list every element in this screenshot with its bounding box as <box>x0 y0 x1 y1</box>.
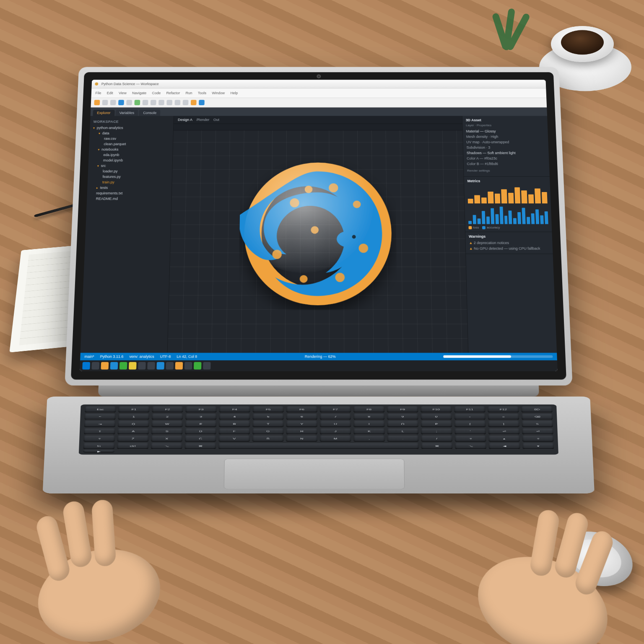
editor-tab-2[interactable]: Out <box>213 118 219 122</box>
tree-item[interactable]: requirements.txt <box>96 190 168 196</box>
tree-item[interactable]: train.py <box>102 179 169 185</box>
tree-item[interactable]: loader.py <box>103 169 169 174</box>
panel-tab-explorer[interactable]: Explorer <box>93 110 114 116</box>
inspector-row: Shadows — Soft ambient light <box>467 150 545 156</box>
search-icon[interactable] <box>158 100 164 105</box>
keyboard-key: ⌘ <box>421 443 453 449</box>
keyboard-key: T <box>252 421 283 427</box>
taskbar-app-icon[interactable] <box>82 362 90 369</box>
inspector-row: Mesh density · High <box>466 134 545 140</box>
chart-bar <box>468 221 472 224</box>
tree-label: features.py <box>102 175 121 179</box>
status-item[interactable]: Python 3.11.6 <box>100 354 123 358</box>
laptop-keyboard: EscF1F2F3F4F5F6F7F8F9F10F11F12⌦~12345678… <box>79 405 558 455</box>
menu-edit[interactable]: Edit <box>107 91 113 95</box>
chart-bar <box>473 215 476 224</box>
tree-item[interactable]: ▾python-analytics <box>93 125 170 130</box>
keyboard-key: = <box>488 414 519 420</box>
tree-item[interactable]: model.ipynb <box>103 158 169 163</box>
taskbar-app-icon[interactable] <box>184 362 192 369</box>
inspector-title: 3D Asset <box>466 118 544 122</box>
os-taskbar <box>80 360 558 371</box>
keyboard-key: F1 <box>118 406 149 413</box>
redo-icon[interactable] <box>151 100 156 105</box>
tree-item[interactable]: raw.csv <box>104 136 170 141</box>
new-file-icon[interactable] <box>94 100 100 105</box>
design-canvas[interactable] <box>168 124 468 353</box>
inspector-row: Subdivision · 3 <box>466 145 545 150</box>
debug-icon[interactable] <box>126 100 132 105</box>
loss-bar-chart <box>467 184 548 203</box>
menu-navigate[interactable]: Navigate <box>132 91 146 95</box>
save-icon[interactable] <box>110 100 116 105</box>
keyboard-key: V <box>218 436 250 442</box>
taskbar-app-icon[interactable] <box>175 362 183 369</box>
menu-window[interactable]: Window <box>212 91 225 95</box>
taskbar-app-icon[interactable] <box>147 362 155 369</box>
panel-tab-console[interactable]: Console <box>139 110 160 116</box>
keyboard-key: / <box>421 436 452 442</box>
taskbar-app-icon[interactable] <box>110 362 118 369</box>
window-titlebar: Python Data Science — Workspace <box>91 80 546 88</box>
taskbar-app-icon[interactable] <box>129 362 137 369</box>
undo-icon[interactable] <box>143 100 148 105</box>
taskbar-app-icon[interactable] <box>119 362 127 369</box>
extensions-icon[interactable] <box>174 100 180 105</box>
progress-bar <box>443 355 553 358</box>
keyboard-key: F2 <box>152 406 183 413</box>
chevron-icon: ▾ <box>93 126 95 130</box>
menu-help[interactable]: Help <box>230 91 238 95</box>
taskbar-app-icon[interactable] <box>138 362 146 369</box>
tree-item[interactable]: ▾data <box>99 130 170 136</box>
laptop-hinge <box>98 385 539 396</box>
menu-run[interactable]: Run <box>185 91 192 95</box>
keyboard-key: K <box>353 428 384 435</box>
tree-item[interactable]: ▸tests <box>96 185 169 190</box>
run-icon[interactable] <box>118 100 124 105</box>
terminal-icon[interactable] <box>134 100 140 105</box>
chart-bar <box>495 214 499 224</box>
taskbar-app-icon[interactable] <box>203 362 210 369</box>
editor-tab-1[interactable]: /Render <box>196 118 209 122</box>
tree-item[interactable]: features.py <box>102 174 169 179</box>
status-item[interactable]: main* <box>84 354 94 358</box>
warning-row: ▲ 2 deprecation notices <box>469 240 549 246</box>
panel-tab-variables[interactable]: Variables <box>115 110 138 116</box>
menu-view[interactable]: View <box>119 91 127 95</box>
keyboard-key: F11 <box>454 406 485 413</box>
keyboard-key: F8 <box>353 406 384 413</box>
status-item[interactable]: venv: analytics <box>129 354 154 358</box>
taskbar-app-icon[interactable] <box>166 362 174 369</box>
keyboard-key: F4 <box>219 406 250 413</box>
chart-bar <box>495 194 501 203</box>
taskbar-app-icon[interactable] <box>101 362 109 369</box>
taskbar-app-icon[interactable] <box>156 362 164 369</box>
keyboard-key: 9 <box>387 414 418 420</box>
cloud-icon[interactable] <box>199 100 205 105</box>
chart-bar <box>475 195 480 203</box>
tree-item[interactable]: ▾notebooks <box>98 147 169 152</box>
warning-row: ▲ No GPU detected — using CPU fallback <box>469 246 550 251</box>
taskbar-app-icon[interactable] <box>91 362 99 369</box>
tree-item[interactable]: README.md <box>96 196 168 201</box>
chart-bar <box>468 199 473 204</box>
chart-bar <box>528 194 534 203</box>
editor-tab-0[interactable]: Design A <box>178 118 192 122</box>
menu-file[interactable]: File <box>95 91 101 95</box>
tree-label: train.py <box>102 180 114 184</box>
menu-code[interactable]: Code <box>152 91 161 95</box>
tree-item[interactable]: clean.parquet <box>104 141 169 147</box>
settings-icon[interactable] <box>166 100 172 105</box>
git-icon[interactable] <box>183 100 189 105</box>
tree-item[interactable]: eda.ipynb <box>103 152 169 158</box>
menu-tools[interactable]: Tools <box>198 91 206 95</box>
keyboard-key: R <box>219 421 250 427</box>
profile-icon[interactable] <box>191 100 197 105</box>
taskbar-app-icon[interactable] <box>194 362 201 369</box>
status-item[interactable]: UTF-8 <box>160 354 171 358</box>
tree-item[interactable]: ▾src <box>97 163 169 169</box>
open-icon[interactable] <box>102 100 108 105</box>
menu-refactor[interactable]: Refactor <box>166 91 180 95</box>
status-item[interactable]: Ln 42, Col 8 <box>177 354 197 358</box>
app-badge-icon <box>95 83 98 86</box>
